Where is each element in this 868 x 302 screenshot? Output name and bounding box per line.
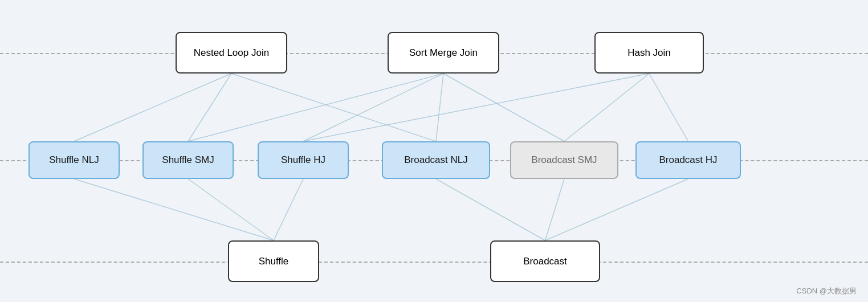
- svg-line-8: [564, 74, 649, 141]
- svg-line-1: [188, 74, 231, 141]
- svg-line-7: [303, 74, 649, 141]
- node-ssmj: Shuffle SMJ: [142, 141, 234, 179]
- node-bsmj: Broadcast SMJ: [510, 141, 618, 179]
- node-shuffle: Shuffle: [228, 240, 319, 282]
- svg-line-10: [274, 179, 303, 240]
- svg-line-13: [436, 179, 545, 240]
- node-bhj: Broadcast HJ: [635, 141, 741, 179]
- node-bnlj: Broadcast NLJ: [382, 141, 490, 179]
- svg-line-3: [188, 74, 443, 141]
- svg-line-0: [74, 74, 231, 141]
- svg-line-5: [436, 74, 443, 141]
- node-snlj: Shuffle NLJ: [28, 141, 120, 179]
- svg-line-14: [545, 179, 565, 240]
- node-smj: Sort Merge Join: [388, 32, 499, 74]
- node-nlj: Nested Loop Join: [176, 32, 287, 74]
- svg-line-11: [74, 179, 274, 240]
- node-hj: Hash Join: [594, 32, 704, 74]
- watermark: CSDN @大数据男: [796, 286, 857, 296]
- svg-line-4: [303, 74, 443, 141]
- dashed-line: [0, 262, 868, 263]
- node-shj: Shuffle HJ: [258, 141, 349, 179]
- svg-line-12: [188, 179, 274, 240]
- svg-line-6: [443, 74, 564, 141]
- svg-line-9: [649, 74, 688, 141]
- diagram-container: Nested Loop JoinSort Merge JoinHash Join…: [0, 0, 868, 302]
- svg-line-2: [231, 74, 436, 141]
- node-broadcast: Broadcast: [490, 240, 600, 282]
- svg-line-15: [545, 179, 688, 240]
